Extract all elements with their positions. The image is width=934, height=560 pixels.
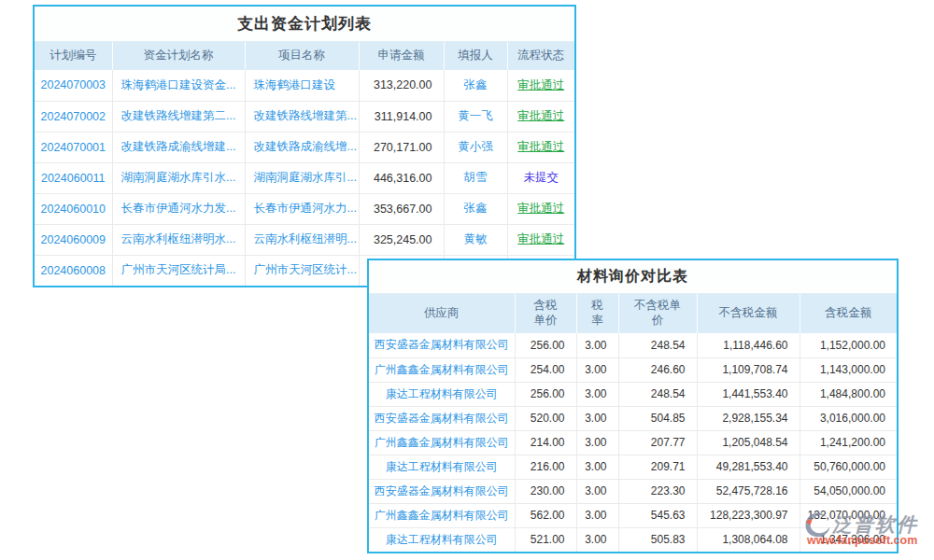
tax-excl-price-value: 545.63 [618,503,697,527]
reporter-link[interactable]: 胡雪 [444,162,507,193]
flow-status-link[interactable]: 审批通过 [507,101,574,132]
plan-id-link[interactable]: 2024070002 [35,101,112,132]
tax-incl-price-value: 230.00 [515,479,576,503]
table-row: 康达工程材料有限公司256.003.00248.541,441,553.401,… [369,382,897,406]
project-name-link[interactable]: 改建铁路线增建第... [245,101,359,132]
tax-rate-value: 3.00 [576,430,618,455]
tax-excl-amount-value: 1,118,446.60 [697,333,800,357]
tax-incl-amount-value: 1,152,000.00 [800,333,897,357]
project-name-link[interactable]: 湖南洞庭湖水库引... [245,162,359,193]
tax-incl-price-value: 256.00 [515,333,576,357]
tax-excl-price-value: 504.85 [618,406,697,430]
fund-plan-name-link[interactable]: 长春市伊通河水力发... [112,193,245,224]
table-row: 2024060010长春市伊通河水力发...长春市伊通河水力...353,667… [35,193,574,224]
table-row: 康达工程材料有限公司216.003.00209.7149,281,553.405… [369,455,897,479]
plan-id-link[interactable]: 2024070001 [35,132,112,162]
column-header: 填报人 [444,42,507,70]
fund-plan-name-link[interactable]: 珠海鹤港口建设资金... [112,70,245,101]
column-header: 资金计划名称 [112,42,245,70]
tax-excl-price-value: 248.54 [618,333,697,357]
tax-excl-price-value: 248.54 [618,382,697,406]
quote-table-header-row: 供应商含税单价税率不含税单价不含税金额含税金额 [369,294,897,333]
supplier-link[interactable]: 西安盛器金属材料有限公司 [369,479,515,503]
column-header: 供应商 [369,294,515,333]
plan-id-link[interactable]: 2024060011 [35,162,112,193]
request-amount-value: 313,220.00 [359,70,444,101]
tax-excl-amount-value: 128,223,300.97 [697,503,800,527]
table-row: 2024060009云南水利枢纽潜明水...云南水利枢纽潜明...325,245… [35,224,574,255]
request-amount-value: 325,245.00 [359,224,444,255]
fund-plan-name-link[interactable]: 改建铁路线增建第二... [112,101,245,132]
project-name-link[interactable]: 改建铁路成渝线增... [245,132,359,162]
column-header: 流程状态 [507,42,574,70]
supplier-link[interactable]: 康达工程材料有限公司 [369,527,515,552]
flow-status-link[interactable]: 审批通过 [507,70,574,101]
column-header: 含税单价 [515,294,576,333]
tax-excl-amount-value: 52,475,728.16 [697,479,800,503]
expenditure-plan-grid: 计划编号资金计划名称项目名称申请金额填报人流程状态 2024070003珠海鹤港… [35,42,574,286]
material-quote-table: 材料询价对比表 供应商含税单价税率不含税单价不含税金额含税金额 西安盛器金属材料… [367,259,899,553]
table-row: 西安盛器金属材料有限公司520.003.00504.852,928,155.34… [369,406,897,430]
reporter-link[interactable]: 黄一飞 [444,101,507,132]
tax-rate-value: 3.00 [576,527,618,552]
tax-incl-price-value: 520.00 [515,406,576,430]
request-amount-value: 311,914.00 [359,101,444,132]
table-row: 西安盛器金属材料有限公司230.003.00223.3052,475,728.1… [369,479,897,503]
plan-id-link[interactable]: 2024060008 [35,255,112,286]
fund-plan-name-link[interactable]: 云南水利枢纽潜明水... [112,224,245,255]
tax-incl-amount-value: 1,143,000.00 [800,357,897,382]
reporter-link[interactable]: 黄小强 [444,132,507,162]
supplier-link[interactable]: 广州鑫鑫金属材料有限公司 [369,357,515,382]
plan-id-link[interactable]: 2024060009 [35,224,112,255]
supplier-link[interactable]: 广州鑫鑫金属材料有限公司 [369,503,515,527]
tax-incl-amount-value: 3,016,000.00 [800,406,897,430]
column-header: 税率 [576,294,618,333]
supplier-link[interactable]: 康达工程材料有限公司 [369,455,515,479]
reporter-link[interactable]: 张鑫 [444,70,507,101]
tax-excl-price-value: 209.71 [618,455,697,479]
supplier-link[interactable]: 广州鑫鑫金属材料有限公司 [369,430,515,455]
table-row: 西安盛器金属材料有限公司256.003.00248.541,118,446.60… [369,333,897,357]
tax-excl-amount-value: 1,441,553.40 [697,382,800,406]
plan-table-header-row: 计划编号资金计划名称项目名称申请金额填报人流程状态 [35,42,574,70]
column-header: 不含税单价 [618,294,697,333]
project-name-link[interactable]: 云南水利枢纽潜明... [245,224,359,255]
flow-status-link[interactable]: 审批通过 [507,132,574,162]
request-amount-value: 353,667.00 [359,193,444,224]
column-header: 申请金额 [359,42,444,70]
supplier-link[interactable]: 西安盛器金属材料有限公司 [369,406,515,430]
tax-incl-amount-value: 54,050,000.00 [800,479,897,503]
plan-id-link[interactable]: 2024060010 [35,193,112,224]
tax-incl-price-value: 216.00 [515,455,576,479]
project-name-link[interactable]: 长春市伊通河水力... [245,193,359,224]
reporter-link[interactable]: 张鑫 [444,193,507,224]
column-header: 不含税金额 [697,294,800,333]
tax-incl-amount-value: 1,241,200.00 [800,430,897,455]
tax-incl-price-value: 254.00 [515,357,576,382]
tax-incl-price-value: 521.00 [515,527,576,552]
flow-status-link[interactable]: 审批通过 [507,224,574,255]
column-header: 含税金额 [800,294,897,333]
reporter-link[interactable]: 黄敏 [444,224,507,255]
tax-excl-price-value: 207.77 [618,430,697,455]
table-row: 广州鑫鑫金属材料有限公司214.003.00207.771,205,048.54… [369,430,897,455]
tax-excl-amount-value: 49,281,553.40 [697,455,800,479]
fund-plan-name-link[interactable]: 湖南洞庭湖水库引水... [112,162,245,193]
tax-rate-value: 3.00 [576,455,618,479]
supplier-link[interactable]: 康达工程材料有限公司 [369,382,515,406]
tax-rate-value: 3.00 [576,382,618,406]
tax-excl-amount-value: 1,205,048.54 [697,430,800,455]
project-name-link[interactable]: 珠海鹤港口建设 [245,70,359,101]
table-row: 广州鑫鑫金属材料有限公司254.003.00246.601,109,708.74… [369,357,897,382]
tax-incl-price-value: 562.00 [515,503,576,527]
supplier-link[interactable]: 西安盛器金属材料有限公司 [369,333,515,357]
plan-id-link[interactable]: 2024070003 [35,70,112,101]
fund-plan-name-link[interactable]: 广州市天河区统计局... [112,255,245,286]
flow-status-link[interactable]: 审批通过 [507,193,574,224]
request-amount-value: 446,316.00 [359,162,444,193]
tax-excl-amount-value: 1,109,708.74 [697,357,800,382]
flow-status-link[interactable]: 未提交 [507,162,574,193]
project-name-link[interactable]: 广州市天河区统计... [245,255,359,286]
watermark-url-text: www.fanpusoft.com [807,534,918,547]
fund-plan-name-link[interactable]: 改建铁路成渝线增建... [112,132,245,162]
